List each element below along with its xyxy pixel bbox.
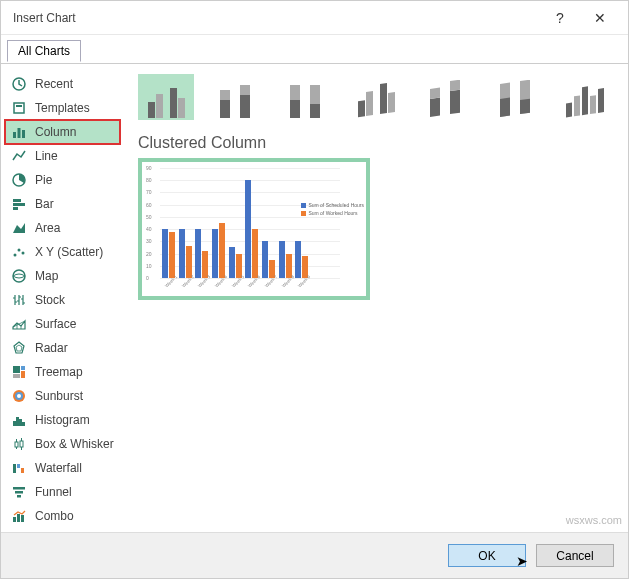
chart-preview[interactable]: 0102030405060708090Week 1Week 2Week 3Wee…	[138, 158, 370, 300]
svg-rect-37	[17, 514, 20, 522]
svg-rect-3	[13, 132, 16, 138]
sidebar-item-label: Combo	[35, 509, 74, 523]
sidebar-item-combo[interactable]: Combo	[5, 504, 120, 528]
svg-rect-29	[20, 441, 23, 447]
chart-plot-area: 0102030405060708090Week 1Week 2Week 3Wee…	[160, 168, 340, 278]
sidebar-item-scatter[interactable]: X Y (Scatter)	[5, 240, 120, 264]
sidebar-item-funnel[interactable]: Funnel	[5, 480, 120, 504]
area-icon	[11, 220, 27, 236]
ok-button[interactable]: OK➤	[448, 544, 526, 567]
chart-main-area: Clustered Column 0102030405060708090Week…	[124, 64, 628, 532]
svg-rect-7	[13, 199, 21, 202]
svg-rect-66	[590, 95, 596, 114]
subtype-3d-column[interactable]	[558, 74, 614, 120]
bar-icon	[11, 196, 27, 212]
sidebar-item-label: Bar	[35, 197, 54, 211]
sidebar-item-recent[interactable]: Recent	[5, 72, 120, 96]
sidebar-item-waterfall[interactable]: Waterfall	[5, 456, 120, 480]
sidebar-item-line[interactable]: Line	[5, 144, 120, 168]
line-icon	[11, 148, 27, 164]
subtype-clustered-column[interactable]	[138, 74, 194, 120]
svg-rect-58	[450, 80, 460, 91]
svg-rect-9	[13, 207, 18, 210]
svg-point-23	[17, 394, 21, 398]
sidebar-item-label: Waterfall	[35, 461, 82, 475]
subtype-3d-stacked-column[interactable]	[418, 74, 474, 120]
sidebar-item-label: Box & Whisker	[35, 437, 114, 451]
title-bar: Insert Chart ? ✕	[1, 1, 628, 35]
subtype-stacked-column[interactable]	[208, 74, 264, 120]
svg-rect-2	[16, 105, 22, 107]
boxwhisker-icon	[11, 436, 27, 452]
svg-rect-48	[290, 100, 300, 118]
svg-marker-10	[13, 223, 25, 233]
svg-rect-54	[388, 92, 395, 113]
column-icon	[11, 124, 27, 140]
sidebar-item-bar[interactable]: Bar	[5, 192, 120, 216]
chart-legend: Sum of Scheduled Hours Sum of Worked Hou…	[301, 202, 364, 218]
svg-rect-31	[17, 464, 20, 468]
tab-all-charts[interactable]: All Charts	[7, 40, 81, 62]
svg-rect-30	[13, 464, 16, 473]
sunburst-icon	[11, 388, 27, 404]
sidebar-item-label: Surface	[35, 317, 76, 331]
svg-rect-65	[582, 86, 588, 115]
sidebar-item-surface[interactable]: Surface	[5, 312, 120, 336]
svg-rect-41	[170, 88, 177, 118]
svg-rect-57	[450, 90, 460, 114]
surface-icon	[11, 316, 27, 332]
sidebar-item-label: Map	[35, 269, 58, 283]
svg-rect-62	[520, 99, 530, 114]
svg-rect-8	[13, 203, 25, 206]
histogram-icon	[11, 412, 27, 428]
svg-rect-4	[18, 128, 21, 138]
svg-rect-53	[380, 83, 387, 114]
svg-rect-39	[148, 102, 155, 118]
svg-point-14	[13, 270, 25, 282]
sidebar-item-sunburst[interactable]: Sunburst	[5, 384, 120, 408]
subtype-3d-clustered-column[interactable]	[348, 74, 404, 120]
sidebar-item-label: Line	[35, 149, 58, 163]
svg-rect-44	[220, 90, 230, 100]
svg-rect-38	[21, 515, 24, 522]
subtype-row	[138, 74, 614, 120]
dialog-footer: OK➤ Cancel	[1, 532, 628, 578]
svg-rect-25	[16, 417, 19, 426]
svg-rect-32	[21, 468, 24, 473]
svg-rect-43	[220, 100, 230, 118]
subtype-3d-100-stacked-column[interactable]	[488, 74, 544, 120]
svg-rect-45	[240, 95, 250, 118]
sidebar-item-column[interactable]: Column	[5, 120, 120, 144]
svg-rect-67	[598, 88, 604, 113]
close-button[interactable]: ✕	[580, 10, 620, 26]
sidebar-item-templates[interactable]: Templates	[5, 96, 120, 120]
sidebar-item-label: Stock	[35, 293, 65, 307]
svg-point-12	[18, 249, 21, 252]
svg-rect-20	[13, 374, 20, 378]
svg-rect-36	[13, 517, 16, 522]
sidebar-item-label: Column	[35, 125, 76, 139]
svg-rect-63	[566, 103, 572, 118]
sidebar-item-label: Histogram	[35, 413, 90, 427]
recent-icon	[11, 76, 27, 92]
sidebar-item-stock[interactable]: Stock	[5, 288, 120, 312]
map-icon	[11, 268, 27, 284]
svg-rect-17	[13, 366, 20, 373]
svg-rect-42	[178, 98, 185, 118]
sidebar-item-area[interactable]: Area	[5, 216, 120, 240]
sidebar-item-pie[interactable]: Pie	[5, 168, 120, 192]
svg-rect-40	[156, 94, 163, 118]
sidebar-item-map[interactable]: Map	[5, 264, 120, 288]
svg-point-11	[14, 254, 17, 257]
subtype-100-stacked-column[interactable]	[278, 74, 334, 120]
sidebar-item-radar[interactable]: Radar	[5, 336, 120, 360]
cancel-button[interactable]: Cancel	[536, 544, 614, 567]
sidebar-item-treemap[interactable]: Treemap	[5, 360, 120, 384]
stock-icon	[11, 292, 27, 308]
sidebar-item-histogram[interactable]: Histogram	[5, 408, 120, 432]
sidebar-item-label: X Y (Scatter)	[35, 245, 103, 259]
cursor-icon: ➤	[516, 553, 528, 569]
help-button[interactable]: ?	[540, 10, 580, 26]
scatter-icon	[11, 244, 27, 260]
sidebar-item-boxwhisker[interactable]: Box & Whisker	[5, 432, 120, 456]
